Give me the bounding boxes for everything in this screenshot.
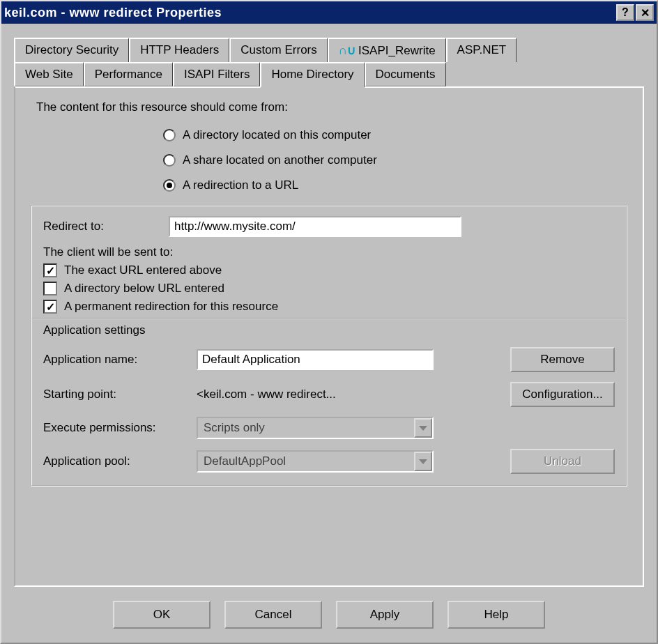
- radio-share-label: A share located on another computer: [183, 153, 377, 167]
- exec-perm-label: Execute permissions:: [43, 421, 197, 435]
- tab-asp-net[interactable]: ASP.NET: [446, 38, 517, 62]
- radio-redirect[interactable]: [163, 179, 176, 192]
- starting-point-value: <keil.com - www redirect...: [197, 388, 336, 401]
- redirect-group: Redirect to: The client will be sent to:…: [31, 205, 627, 486]
- dialog-button-row: OK Cancel Apply Help: [14, 587, 644, 631]
- exec-perm-select[interactable]: Scripts only: [197, 417, 434, 439]
- tab-directory-security[interactable]: Directory Security: [14, 38, 129, 62]
- tab-strip: Directory Security HTTP Headers Custom E…: [14, 38, 644, 86]
- tab-isapi-rewrite[interactable]: ∩∪ISAPI_Rewrite: [328, 38, 446, 62]
- check-permanent-label: A permanent redirection for this resourc…: [64, 300, 278, 314]
- app-settings-heading: Application settings: [43, 323, 615, 337]
- redirect-to-input[interactable]: [169, 216, 461, 237]
- app-pool-value: DefaultAppPool: [198, 454, 414, 468]
- chevron-down-icon: [414, 452, 432, 471]
- client-sent-heading: The client will be sent to:: [43, 245, 615, 259]
- content-source-heading: The content for this resource should com…: [36, 100, 627, 114]
- check-dir-below[interactable]: [43, 282, 57, 296]
- titlebar: keil.com - www redirect Properties ? ✕: [1, 1, 657, 24]
- exec-perm-value: Scripts only: [198, 421, 414, 435]
- cancel-button[interactable]: Cancel: [224, 601, 322, 629]
- remove-button[interactable]: Remove: [510, 347, 615, 372]
- check-exact-url-label: The exact URL entered above: [64, 263, 222, 277]
- tab-home-directory[interactable]: Home Directory: [260, 62, 364, 88]
- close-titlebar-button[interactable]: ✕: [636, 4, 654, 21]
- tab-documents[interactable]: Documents: [365, 62, 446, 86]
- isapi-icon: ∩∪: [339, 44, 355, 57]
- tab-performance[interactable]: Performance: [84, 62, 173, 86]
- radio-redirect-label: A redirection to a URL: [183, 178, 298, 192]
- properties-dialog: keil.com - www redirect Properties ? ✕ D…: [0, 0, 658, 644]
- tab-web-site[interactable]: Web Site: [14, 62, 84, 86]
- help-button[interactable]: Help: [447, 601, 545, 629]
- tab-panel-home-directory: The content for this resource should com…: [14, 86, 644, 587]
- app-name-input[interactable]: [197, 349, 434, 370]
- tab-isapi-rewrite-label: ISAPI_Rewrite: [358, 44, 436, 57]
- tab-isapi-filters[interactable]: ISAPI Filters: [173, 62, 260, 86]
- radio-share[interactable]: [163, 154, 176, 167]
- redirect-to-label: Redirect to:: [43, 220, 169, 233]
- check-exact-url[interactable]: [43, 263, 57, 277]
- radio-local-dir[interactable]: [163, 129, 176, 141]
- check-permanent[interactable]: [43, 300, 57, 314]
- configuration-button[interactable]: Configuration...: [510, 382, 615, 407]
- window-title: keil.com - www redirect Properties: [4, 6, 616, 20]
- app-pool-select[interactable]: DefaultAppPool: [197, 450, 434, 473]
- radio-local-dir-label: A directory located on this computer: [183, 128, 371, 142]
- apply-button[interactable]: Apply: [336, 601, 434, 629]
- tab-custom-errors[interactable]: Custom Errors: [229, 38, 328, 62]
- app-pool-label: Application pool:: [43, 454, 197, 468]
- help-titlebar-button[interactable]: ?: [616, 4, 634, 21]
- chevron-down-icon: [414, 418, 432, 438]
- unload-button: Unload: [510, 449, 615, 474]
- app-name-label: Application name:: [43, 353, 197, 367]
- starting-point-label: Starting point:: [43, 388, 197, 401]
- check-dir-below-label: A directory below URL entered: [64, 282, 224, 296]
- ok-button[interactable]: OK: [113, 601, 211, 629]
- tab-http-headers[interactable]: HTTP Headers: [129, 38, 229, 62]
